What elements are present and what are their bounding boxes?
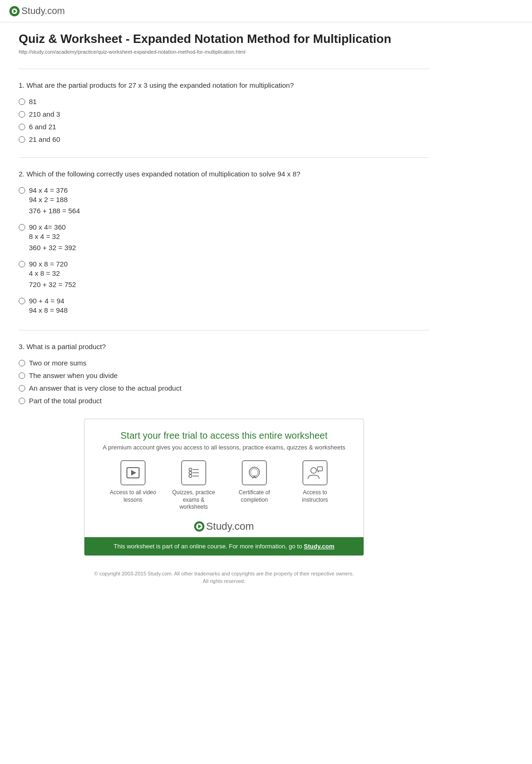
radio-1-3[interactable] xyxy=(19,124,25,130)
answer-1-1[interactable]: 81 xyxy=(19,98,429,105)
radio-2-4[interactable] xyxy=(19,298,25,304)
sub-line-2-2-1: 8 x 4 = 32 xyxy=(29,231,429,242)
answer-1-4[interactable]: 21 and 60 xyxy=(19,135,429,143)
cta-feature-video: Access to all video lessons xyxy=(110,460,156,511)
cta-logo-section: Study.com xyxy=(94,520,354,533)
svg-point-4 xyxy=(189,468,192,471)
cta-features: Access to all video lessons Quizzes, pra… xyxy=(94,460,354,511)
page-title: Quiz & Worksheet - Expanded Notation Met… xyxy=(19,32,429,46)
answer-2-4-label: 90 + 4 = 94 xyxy=(29,297,64,305)
answer-3-4[interactable]: Part of the total product xyxy=(19,397,429,405)
cta-logo[interactable]: Study.com xyxy=(94,520,354,533)
sub-line-2-3-1: 4 x 8 = 32 xyxy=(29,268,429,279)
radio-2-3[interactable] xyxy=(19,261,25,267)
answer-3-4-text: Part of the total product xyxy=(29,397,102,405)
sub-line-2-4-1: 94 x 8 = 948 xyxy=(29,305,429,316)
cta-feature-instructor-label: Access to instructors xyxy=(292,489,338,504)
question-3-text: 3. What is a partial product? xyxy=(19,342,429,351)
radio-1-2[interactable] xyxy=(19,111,25,118)
answer-2-4-sublines: 94 x 8 = 948 xyxy=(29,305,429,316)
radio-3-3[interactable] xyxy=(19,385,25,392)
header: Study.com xyxy=(0,0,532,22)
cta-feature-cert: Certificate of completion xyxy=(231,460,278,511)
svg-point-6 xyxy=(189,471,192,474)
answer-2-3-label: 90 x 8 = 720 xyxy=(29,260,68,268)
cta-feature-quiz-label: Quizzes, practice exams & worksheets xyxy=(170,489,217,511)
radio-3-1[interactable] xyxy=(19,360,25,366)
answer-2-2-label: 90 x 4= 360 xyxy=(29,223,66,231)
answer-3-2[interactable]: The answer when you divide xyxy=(19,371,429,379)
answer-3-1[interactable]: Two or more sums xyxy=(19,359,429,367)
logo-icon xyxy=(9,6,20,16)
cta-footer-bar: This worksheet is part of an online cour… xyxy=(84,537,364,555)
cta-feature-instructor: Access to instructors xyxy=(292,460,338,511)
svg-rect-15 xyxy=(317,467,322,471)
logo[interactable]: Study.com xyxy=(9,6,523,16)
answer-2-1: 94 x 4 = 376 94 x 2 = 188 376 + 188 = 56… xyxy=(19,186,429,217)
sub-line-2-1-1: 94 x 2 = 188 xyxy=(29,194,429,205)
answer-1-1-text: 81 xyxy=(29,98,37,105)
answer-1-4-text: 21 and 60 xyxy=(29,135,60,143)
answer-3-3[interactable]: An answer that is very close to the actu… xyxy=(19,384,429,392)
logo-text: Study.com xyxy=(21,6,65,16)
svg-point-8 xyxy=(189,475,192,477)
answer-2-3-sublines: 4 x 8 = 32 720 + 32 = 752 xyxy=(29,268,429,290)
sub-line-2-1-2: 376 + 188 = 564 xyxy=(29,205,429,217)
quiz-icon xyxy=(181,460,206,485)
radio-1-4[interactable] xyxy=(19,136,25,143)
cta-subtitle: A premium account gives you access to al… xyxy=(94,444,354,451)
svg-marker-3 xyxy=(131,470,136,476)
instructor-icon xyxy=(302,460,328,485)
question-1: 1. What are the partial products for 27 … xyxy=(19,80,429,143)
answer-3-3-text: An answer that is very close to the actu… xyxy=(29,384,182,392)
radio-3-2[interactable] xyxy=(19,372,25,379)
copyright: © copyright 2003-2015 Study.com. All oth… xyxy=(19,570,429,595)
sub-line-2-3-2: 720 + 32 = 752 xyxy=(29,279,429,290)
answer-1-3-text: 6 and 21 xyxy=(29,123,56,131)
radio-3-4[interactable] xyxy=(19,398,25,404)
cta-logo-text: Study.com xyxy=(206,520,254,533)
radio-2-2[interactable] xyxy=(19,224,25,231)
svg-point-11 xyxy=(251,469,258,476)
divider-2 xyxy=(19,157,429,158)
answer-1-2[interactable]: 210 and 3 xyxy=(19,110,429,118)
answer-2-1-label: 94 x 4 = 376 xyxy=(29,186,68,194)
radio-2-1[interactable] xyxy=(19,187,25,194)
question-2-text: 2. Which of the following correctly uses… xyxy=(19,169,429,179)
answer-2-2: 90 x 4= 360 8 x 4 = 32 360 + 32 = 392 xyxy=(19,223,429,253)
cta-feature-quiz: Quizzes, practice exams & worksheets xyxy=(170,460,217,511)
radio-1-1[interactable] xyxy=(19,98,25,105)
answer-2-3: 90 x 8 = 720 4 x 8 = 32 720 + 32 = 752 xyxy=(19,260,429,290)
cta-footer-link[interactable]: Study.com xyxy=(304,543,335,550)
cta-title: Start your free trial to access this ent… xyxy=(94,430,354,441)
main-content: Quiz & Worksheet - Expanded Notation Met… xyxy=(0,22,448,613)
cta-box: Start your free trial to access this ent… xyxy=(84,419,364,556)
divider-1 xyxy=(19,69,429,69)
cta-logo-icon xyxy=(194,521,204,532)
answer-2-2-sublines: 8 x 4 = 32 360 + 32 = 392 xyxy=(29,231,429,253)
sub-line-2-2-2: 360 + 32 = 392 xyxy=(29,242,429,253)
copyright-line2: All rights reserved. xyxy=(19,577,429,585)
question-2: 2. Which of the following correctly uses… xyxy=(19,169,429,316)
answer-1-2-text: 210 and 3 xyxy=(29,110,60,118)
answer-3-2-text: The answer when you divide xyxy=(29,371,118,379)
question-1-text: 1. What are the partial products for 27 … xyxy=(19,80,429,90)
page-url: http://study.com/academy/practice/quiz-w… xyxy=(19,49,429,55)
cta-feature-cert-label: Certificate of completion xyxy=(231,489,278,504)
divider-3 xyxy=(19,330,429,330)
copyright-line1: © copyright 2003-2015 Study.com. All oth… xyxy=(19,570,429,578)
answer-2-1-sublines: 94 x 2 = 188 376 + 188 = 564 xyxy=(29,194,429,217)
question-3: 3. What is a partial product? Two or mor… xyxy=(19,342,429,405)
answer-1-3[interactable]: 6 and 21 xyxy=(19,123,429,131)
answer-2-4: 90 + 4 = 94 94 x 8 = 948 xyxy=(19,297,429,316)
cert-icon xyxy=(242,460,267,485)
answer-3-1-text: Two or more sums xyxy=(29,359,86,367)
svg-point-14 xyxy=(311,468,316,473)
cta-feature-video-label: Access to all video lessons xyxy=(110,489,156,504)
video-icon xyxy=(120,460,146,485)
